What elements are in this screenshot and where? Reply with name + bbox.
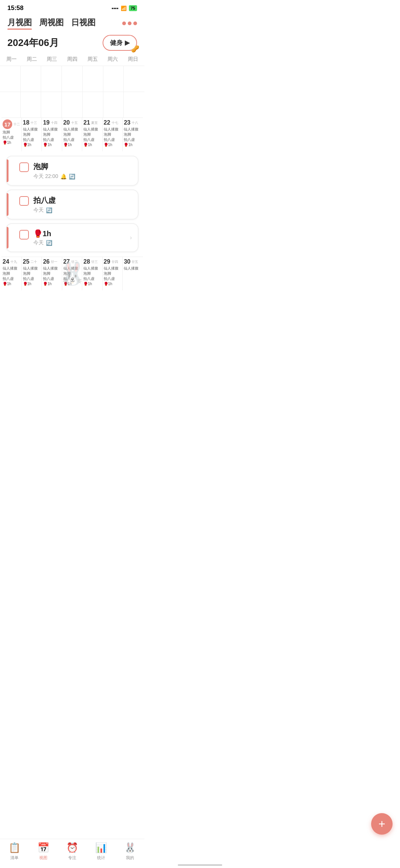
day-num-26: 26 bbox=[43, 258, 50, 265]
task-date-2: 今天 bbox=[33, 207, 44, 214]
task-title-2: 拍八虚 bbox=[33, 195, 132, 205]
day-lunar-17: 十二 bbox=[13, 122, 20, 127]
day-lunar-30: 廿五 bbox=[131, 260, 138, 264]
day-20[interactable]: 20 十五 仙人揉腹 泡脚 拍八虚 🥊1h bbox=[62, 118, 83, 151]
day-event-23-2: 泡脚 bbox=[124, 132, 142, 137]
weekday-sun: 周日 bbox=[123, 54, 143, 65]
day-num-18: 18 bbox=[23, 119, 30, 126]
day-event-18-2: 泡脚 bbox=[23, 132, 41, 137]
day-lunar-21: 夏至 bbox=[91, 121, 98, 125]
day-21[interactable]: 21 夏至 仙人揉腹 泡脚 拍八虚 🥊1h bbox=[82, 118, 103, 151]
weekday-row: 周一 周二 周三 周四 周五 周六 周日 bbox=[0, 54, 144, 65]
day-event-20-2: 泡脚 bbox=[63, 132, 81, 137]
repeat-icon-2: 🔄 bbox=[46, 207, 52, 213]
task-content-3: 🥊1h 今天 🔄 bbox=[33, 229, 126, 246]
day-event-29-3: 拍八虚 bbox=[104, 276, 121, 281]
day-event-17-3: 🥊1h bbox=[3, 140, 20, 145]
wifi-icon: 📶 bbox=[121, 6, 127, 11]
day-event-21-3: 拍八虚 bbox=[83, 137, 101, 142]
day-event-26-4: 🥊1h bbox=[43, 281, 61, 287]
day-num-21: 21 bbox=[83, 119, 90, 126]
day-event-24-3: 拍八虚 bbox=[3, 276, 20, 281]
day-event-23-1: 仙人揉腹 bbox=[124, 127, 142, 132]
day-event-21-1: 仙人揉腹 bbox=[83, 127, 101, 132]
day-event-30-1: 仙人揉腹 bbox=[124, 266, 142, 271]
day-26[interactable]: 26 廿一 仙人揉腹 泡脚 拍八虚 🥊1h bbox=[42, 257, 62, 290]
dot-2 bbox=[128, 22, 131, 25]
day-19[interactable]: 19 十四 仙人揉腹 泡脚 拍八虚 🥊1h bbox=[42, 118, 62, 151]
day-lunar-18: 十三 bbox=[30, 121, 37, 125]
calendar-week-2: 🐰 24 十九 仙人揉腹 泡脚 拍八虚 🥊1h 25 二十 仙人揉腹 泡脚 拍八… bbox=[0, 257, 144, 290]
tab-week[interactable]: 周视图 bbox=[39, 17, 64, 30]
day-num-19: 19 bbox=[43, 119, 50, 126]
day-29[interactable]: 29 廿四 仙人揉腹 泡脚 拍八虚 🥊1h bbox=[103, 257, 123, 290]
dot-1 bbox=[122, 22, 126, 25]
tab-month[interactable]: 月视图 bbox=[7, 17, 32, 30]
task-checkbox-2[interactable] bbox=[19, 196, 29, 206]
more-options[interactable] bbox=[122, 22, 137, 25]
day-num-23: 23 bbox=[124, 119, 130, 126]
day-event-21-4: 🥊1h bbox=[83, 142, 101, 148]
task-card-paojiao[interactable]: 泡脚 今天 22:00 🔔 🔄 bbox=[6, 156, 139, 186]
task-title-3: 🥊1h bbox=[33, 229, 126, 238]
day-event-25-3: 拍八虚 bbox=[23, 276, 41, 281]
day-17[interactable]: 17 十二 泡脚 拍八虚 🥊1h bbox=[1, 118, 22, 151]
day-num-28: 28 bbox=[83, 258, 90, 265]
task-meta-2: 今天 🔄 bbox=[33, 207, 132, 214]
day-28[interactable]: 28 廿三 仙人揉腹 泡脚 拍八虚 🥊1h bbox=[82, 257, 103, 290]
task-arrow-3: › bbox=[130, 234, 132, 241]
day-num-30: 30 bbox=[124, 258, 130, 265]
battery-icon: 75 bbox=[129, 5, 137, 11]
tab-day[interactable]: 日视图 bbox=[71, 17, 96, 30]
day-lunar-20: 十五 bbox=[71, 121, 78, 125]
task-checkbox-1[interactable] bbox=[19, 162, 29, 172]
day-event-19-3: 拍八虚 bbox=[43, 137, 61, 142]
day-event-26-1: 仙人揉腹 bbox=[43, 266, 61, 271]
day-30[interactable]: 30 廿五 仙人揉腹 bbox=[123, 257, 143, 290]
day-event-24-1: 仙人揉腹 bbox=[3, 266, 20, 271]
workout-emoji: 🥜 bbox=[131, 45, 139, 53]
dot-3 bbox=[133, 22, 137, 25]
signal-icon: ▪▪▪▪ bbox=[111, 6, 118, 11]
task-checkbox-3[interactable] bbox=[19, 230, 29, 240]
day-18[interactable]: 18 十三 仙人揉腹 泡脚 拍八虚 🥊1h bbox=[22, 118, 42, 151]
day-event-24-4: 🥊1h bbox=[3, 281, 20, 287]
day-event-27-4: 🥊1h bbox=[63, 281, 81, 287]
weekday-sat: 周六 bbox=[103, 54, 123, 65]
task-title-1: 泡脚 bbox=[33, 162, 132, 172]
play-icon: ▶ bbox=[125, 39, 130, 47]
day-event-18-1: 仙人揉腹 bbox=[23, 127, 41, 132]
day-event-22-3: 拍八虚 bbox=[104, 137, 121, 142]
day-25[interactable]: 25 二十 仙人揉腹 泡脚 拍八虚 🥊1h bbox=[22, 257, 42, 290]
week-row-1: 17 十二 泡脚 拍八虚 🥊1h 18 十三 仙人揉腹 泡脚 拍八虚 🥊1h 1… bbox=[1, 118, 143, 151]
day-event-27-3: 拍八虚 bbox=[63, 276, 81, 281]
day-event-19-2: 泡脚 bbox=[43, 132, 61, 137]
task-card-paibaxu[interactable]: 拍八虚 今天 🔄 bbox=[6, 189, 139, 220]
workout-button[interactable]: 健身 ▶ 🥜 bbox=[103, 35, 137, 51]
day-event-25-2: 泡脚 bbox=[23, 271, 41, 276]
day-num-27: 27 bbox=[63, 258, 70, 265]
day-event-29-1: 仙人揉腹 bbox=[104, 266, 121, 271]
day-27[interactable]: 27 廿二 仙人揉腹 泡脚 拍八虚 🥊1h bbox=[62, 257, 83, 290]
empty-week-2 bbox=[0, 92, 144, 118]
day-event-18-4: 🥊1h bbox=[23, 142, 41, 148]
day-lunar-27: 廿二 bbox=[71, 260, 78, 264]
view-tabs: 月视图 周视图 日视图 bbox=[0, 13, 144, 30]
day-lunar-28: 廿三 bbox=[91, 260, 98, 264]
status-bar: 15:58 ▪▪▪▪ 📶 75 bbox=[0, 0, 144, 13]
day-24[interactable]: 24 十九 仙人揉腹 泡脚 拍八虚 🥊1h bbox=[1, 257, 22, 290]
task-card-boxing[interactable]: 🥊1h 今天 🔄 › bbox=[6, 223, 139, 252]
task-meta-1: 今天 22:00 🔔 🔄 bbox=[33, 173, 132, 180]
task-date-3: 今天 bbox=[33, 240, 44, 246]
alarm-icon-1: 🔔 bbox=[60, 174, 67, 179]
day-event-22-2: 泡脚 bbox=[104, 132, 121, 137]
day-lunar-25: 二十 bbox=[30, 260, 37, 264]
weekday-thu: 周四 bbox=[62, 54, 83, 65]
day-num-17: 17 bbox=[3, 119, 12, 129]
day-num-29: 29 bbox=[104, 258, 110, 265]
day-23[interactable]: 23 十八 仙人揉腹 泡脚 拍八虚 🥊1h bbox=[123, 118, 143, 151]
day-num-25: 25 bbox=[23, 258, 30, 265]
status-time: 15:58 bbox=[7, 4, 23, 12]
day-22[interactable]: 22 十七 仙人揉腹 泡脚 拍八虚 🥊1h bbox=[103, 118, 123, 151]
weekday-wed: 周三 bbox=[42, 54, 62, 65]
